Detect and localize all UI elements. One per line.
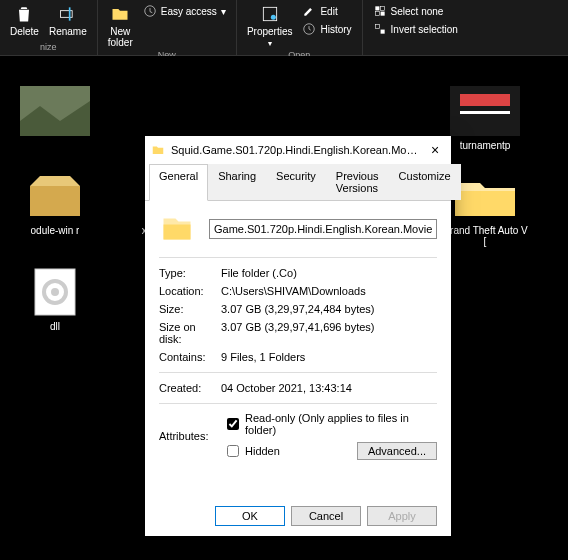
organize-group-label: nize [40, 42, 57, 54]
ribbon: Delete Rename nize New folder Easy acces… [0, 0, 568, 56]
folder-name-input[interactable] [209, 219, 437, 239]
edit-label: Edit [320, 6, 337, 17]
readonly-checkbox[interactable] [227, 418, 239, 430]
created-label: Created: [159, 382, 221, 394]
chevron-down-icon: ▾ [268, 39, 272, 48]
contains-value: 9 Files, 1 Folders [221, 351, 437, 363]
folder-item[interactable] [10, 86, 100, 151]
svg-rect-13 [460, 94, 510, 106]
invert-icon [373, 22, 387, 36]
image-thumbnail-icon [20, 86, 90, 136]
explorer-body: turnamentp odule-win r xampp-window Gran… [0, 56, 568, 560]
svg-point-17 [51, 288, 59, 296]
properties-button[interactable]: Properties ▾ [243, 2, 297, 50]
advanced-button[interactable]: Advanced... [357, 442, 437, 460]
svg-rect-7 [375, 12, 379, 16]
new-folder-button[interactable]: New folder [104, 2, 137, 50]
ribbon-group-open: Properties ▾ Edit History Open [237, 0, 363, 56]
tab-general[interactable]: General [149, 164, 208, 201]
type-value: File folder (.Co) [221, 267, 437, 279]
folder-label: turnamentp [460, 140, 511, 151]
close-button[interactable]: × [425, 142, 445, 158]
type-label: Type: [159, 267, 221, 279]
ok-button[interactable]: OK [215, 506, 285, 526]
ribbon-group-new: New folder Easy access ▾ New [98, 0, 237, 56]
tab-previous-versions[interactable]: Previous Versions [326, 164, 389, 200]
easy-access-icon [143, 4, 157, 18]
dialog-title: Squid.Game.S01.720p.Hindi.English.Korean… [171, 144, 419, 156]
rename-icon [58, 4, 78, 24]
folder-icon [151, 143, 165, 157]
hidden-checkbox[interactable] [227, 445, 239, 457]
svg-rect-8 [380, 12, 384, 16]
box-icon [20, 171, 90, 221]
easy-access-button[interactable]: Easy access ▾ [139, 2, 230, 20]
attributes-label: Attributes: [159, 430, 221, 442]
svg-rect-14 [460, 111, 510, 114]
tab-sharing[interactable]: Sharing [208, 164, 266, 200]
folder-item[interactable]: odule-win r [10, 171, 100, 247]
new-folder-label: New folder [108, 26, 133, 48]
location-label: Location: [159, 285, 221, 297]
folder-item[interactable]: turnamentp [440, 86, 530, 151]
select-none-icon [373, 4, 387, 18]
properties-icon [260, 4, 280, 24]
new-folder-icon [110, 4, 130, 24]
history-label: History [320, 24, 351, 35]
sizeondisk-label: Size on disk: [159, 321, 221, 345]
image-thumbnail-icon [450, 86, 520, 136]
select-none-button[interactable]: Select none [369, 2, 462, 20]
chevron-down-icon: ▾ [221, 6, 226, 17]
properties-dialog: Squid.Game.S01.720p.Hindi.English.Korean… [145, 136, 451, 536]
svg-rect-9 [375, 24, 379, 28]
svg-rect-5 [375, 6, 379, 10]
folder-label: Grand Theft Auto V [ [440, 225, 530, 247]
readonly-label: Read-only (Only applies to files in fold… [245, 412, 437, 436]
size-label: Size: [159, 303, 221, 315]
folder-label: dll [50, 321, 60, 332]
created-value: 04 October 2021, 13:43:14 [221, 382, 437, 394]
select-none-label: Select none [391, 6, 444, 17]
easy-access-label: Easy access [161, 6, 217, 17]
delete-label: Delete [10, 26, 39, 37]
dialog-body: Type:File folder (.Co) Location:C:\Users… [145, 201, 451, 472]
sizeondisk-value: 3.07 GB (3,29,97,41,696 bytes) [221, 321, 437, 345]
dialog-footer: OK Cancel Apply [215, 506, 437, 526]
ribbon-group-select: Select none Invert selection [363, 0, 468, 56]
invert-selection-button[interactable]: Invert selection [369, 20, 462, 38]
svg-rect-6 [380, 6, 384, 10]
edit-icon [302, 4, 316, 18]
folder-item[interactable]: dll [10, 267, 100, 332]
contains-label: Contains: [159, 351, 221, 363]
history-icon [302, 22, 316, 36]
svg-point-3 [270, 15, 275, 20]
dialog-tabs: General Sharing Security Previous Versio… [145, 164, 451, 201]
dll-file-icon [20, 267, 90, 317]
folder-label: odule-win r [31, 225, 80, 236]
ribbon-group-organize: Delete Rename nize [0, 0, 98, 56]
apply-button[interactable]: Apply [367, 506, 437, 526]
tab-customize[interactable]: Customize [389, 164, 461, 200]
location-value: C:\Users\SHIVAM\Downloads [221, 285, 437, 297]
history-button[interactable]: History [298, 20, 355, 38]
dialog-titlebar[interactable]: Squid.Game.S01.720p.Hindi.English.Korean… [145, 136, 451, 164]
folder-icon [159, 211, 195, 247]
size-value: 3.07 GB (3,29,97,24,484 bytes) [221, 303, 437, 315]
invert-label: Invert selection [391, 24, 458, 35]
rename-label: Rename [49, 26, 87, 37]
tab-security[interactable]: Security [266, 164, 326, 200]
hidden-label: Hidden [245, 445, 280, 457]
rename-button[interactable]: Rename [45, 2, 91, 39]
properties-label: Properties [247, 26, 293, 37]
cancel-button[interactable]: Cancel [291, 506, 361, 526]
delete-icon [14, 4, 34, 24]
svg-rect-10 [380, 30, 384, 34]
delete-button[interactable]: Delete [6, 2, 43, 39]
edit-button[interactable]: Edit [298, 2, 355, 20]
